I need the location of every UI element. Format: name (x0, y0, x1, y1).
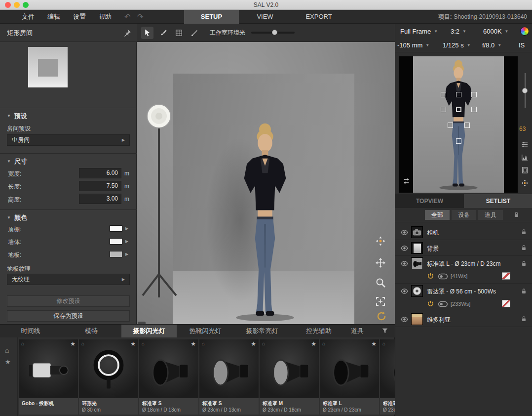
width-input[interactable]: 6.00 (79, 168, 121, 178)
histogram-icon[interactable] (521, 153, 529, 162)
power-icon[interactable] (427, 272, 434, 280)
star-icon[interactable]: ★ (70, 340, 76, 347)
library-card-reflector-s23[interactable]: ⌂ ★ 标准罩 S Ø 23cm / D 13cm (199, 339, 259, 415)
tab-speedlights[interactable]: 热靴闪光灯 (177, 325, 234, 337)
setlist-row-camera[interactable]: 相机 (395, 224, 532, 240)
floor-texture-dropdown[interactable]: 无纹理▶ (7, 274, 130, 285)
warning-stripe-icon[interactable] (502, 300, 510, 307)
power-icon[interactable] (427, 300, 434, 307)
home-icon[interactable]: ⌂ (5, 346, 9, 354)
lock-icon[interactable] (520, 260, 528, 267)
section-color[interactable]: ▼颜色 (7, 213, 27, 222)
eye-icon[interactable] (400, 315, 409, 324)
eye-icon[interactable] (400, 244, 409, 252)
library-card-reflector-partial[interactable]: ⌂ 标准罩 Ø 23cm (380, 339, 395, 415)
eye-icon[interactable] (400, 287, 409, 295)
library-card-gobo[interactable]: ⌂ ★ Gobo - 投影机 (19, 339, 78, 415)
modify-preset-button[interactable]: 修改预设 (7, 295, 130, 307)
swap-view-icon[interactable] (402, 177, 411, 185)
focal-length-dropdown[interactable]: -105 mm▼ (397, 38, 429, 52)
section-presets[interactable]: ▼预设 (7, 112, 27, 121)
tab-export[interactable]: EXPORT (291, 10, 346, 24)
lock-icon[interactable] (520, 315, 528, 323)
brush-tool-icon[interactable] (157, 27, 169, 39)
preview-zoom-handle[interactable] (522, 88, 528, 93)
tab-models[interactable]: 模特 (61, 325, 121, 337)
lock-icon[interactable] (520, 244, 528, 251)
slider-handle[interactable] (272, 30, 277, 35)
levels-icon[interactable] (521, 140, 529, 149)
room-preset-dropdown[interactable]: 中房间▶ (7, 134, 130, 146)
setlist-row-radar-dish[interactable]: 雷达罩 - Ø 56 cm - 500Ws [233Ws] (395, 284, 532, 311)
lock-icon[interactable] (520, 228, 528, 236)
tab-light-modifiers[interactable]: 控光辅助 (290, 325, 347, 337)
line-tool-icon[interactable] (189, 27, 201, 39)
star-icon[interactable]: ★ (130, 340, 136, 347)
filter-funnel-icon[interactable] (381, 327, 389, 335)
ratio-dropdown[interactable]: 3:2▼ (451, 24, 466, 39)
menu-help[interactable]: 帮助 (99, 10, 112, 24)
orbit-gizmo-icon[interactable] (375, 235, 386, 247)
filter-all-button[interactable]: 全部 (425, 210, 450, 220)
scene-3d[interactable]: « (137, 42, 395, 324)
library-card-reflector-s18[interactable]: ⌂ ★ 标准罩 S Ø 18cm / D 13cm (139, 339, 198, 415)
tab-topview[interactable]: TOPVIEW (395, 194, 464, 208)
tab-continuous-lights[interactable]: 摄影常亮灯 (234, 325, 290, 337)
redo-icon[interactable]: ↷ (137, 10, 144, 24)
eye-icon[interactable] (400, 259, 409, 268)
ambient-light-slider[interactable] (251, 32, 295, 34)
sensor-dropdown[interactable]: Full Frame▼ (400, 24, 438, 39)
setlist-row-reflector-l[interactable]: 标准罩 L - Ø 23cm / D 23cm [41Ws] (395, 256, 532, 284)
lock-icon[interactable] (520, 288, 528, 295)
filter-props-button[interactable]: 道具 (478, 210, 503, 220)
pin-icon[interactable] (123, 28, 132, 37)
filter-devices-button[interactable]: 设备 (452, 210, 476, 220)
menu-settings[interactable]: 设置 (73, 10, 86, 24)
setlist-row-model[interactable]: 维多利亚 (395, 311, 532, 327)
star-icon[interactable]: ★ (371, 340, 377, 347)
focus-frame-icon[interactable] (375, 295, 386, 307)
library-card-reflector-m[interactable]: ⌂ ★ 标准罩 M Ø 23cm / D 18cm (260, 339, 319, 415)
star-icon[interactable]: ★ (311, 340, 316, 347)
undo-icon[interactable]: ↶ (124, 10, 131, 24)
color-wheel-icon[interactable] (520, 27, 529, 36)
library-card-ringlight[interactable]: ⌂ ★ 环形光 Ø 30 cm (79, 339, 138, 415)
white-balance-dropdown[interactable]: 6000K▼ (483, 24, 509, 39)
tab-setlist[interactable]: SETLIST (464, 194, 532, 208)
length-input[interactable]: 7.50 (79, 181, 121, 191)
height-input[interactable]: 3.00 (79, 194, 121, 204)
menu-edit[interactable]: 编辑 (47, 10, 60, 24)
tab-studio-strobes[interactable]: 摄影闪光灯 (121, 325, 177, 337)
tab-view[interactable]: VIEW (239, 10, 291, 24)
iso-dropdown[interactable]: IS (519, 38, 525, 52)
tab-setup[interactable]: SETUP (184, 10, 239, 24)
tab-props[interactable]: 道具 (347, 325, 367, 337)
shutter-dropdown[interactable]: 1/125 s▼ (443, 38, 471, 52)
save-preset-button[interactable]: 保存为预设 (7, 310, 130, 322)
wall-color-swatch[interactable] (110, 238, 122, 245)
warning-stripe-icon[interactable] (502, 272, 510, 280)
grid-tool-icon[interactable] (173, 27, 185, 39)
rotate-icon[interactable] (376, 310, 387, 322)
camera-panel: Full Frame▼ 3:2▼ 6000K▼ -105 mm▼ 1/125 s… (395, 24, 532, 416)
model-figure[interactable] (220, 122, 310, 322)
ceiling-color-swatch[interactable] (110, 225, 122, 232)
setlist-row-background[interactable]: 背景 (395, 240, 532, 256)
lock-all-icon[interactable] (513, 211, 520, 218)
star-icon[interactable]: ★ (251, 340, 256, 347)
star-icon[interactable]: ★ (5, 358, 11, 366)
pan-icon[interactable] (375, 257, 386, 269)
zoom-icon[interactable] (375, 277, 386, 289)
section-size[interactable]: ▼尺寸 (7, 157, 27, 166)
select-tool-icon[interactable] (141, 27, 153, 39)
library-card-reflector-l[interactable]: ⌂ ★ 标准罩 L Ø 23cm / D 23cm (320, 339, 379, 415)
frame-icon[interactable] (521, 166, 529, 174)
star-icon[interactable]: ★ (190, 340, 196, 347)
gizmo-icon[interactable] (521, 179, 529, 187)
studio-light[interactable] (137, 94, 206, 301)
eye-icon[interactable] (400, 228, 409, 237)
menu-file[interactable]: 文件 (22, 10, 35, 24)
aperture-dropdown[interactable]: f/8.0▼ (482, 38, 501, 52)
floor-color-swatch[interactable] (110, 251, 122, 257)
tab-timeline[interactable]: 时间线 (0, 325, 61, 337)
